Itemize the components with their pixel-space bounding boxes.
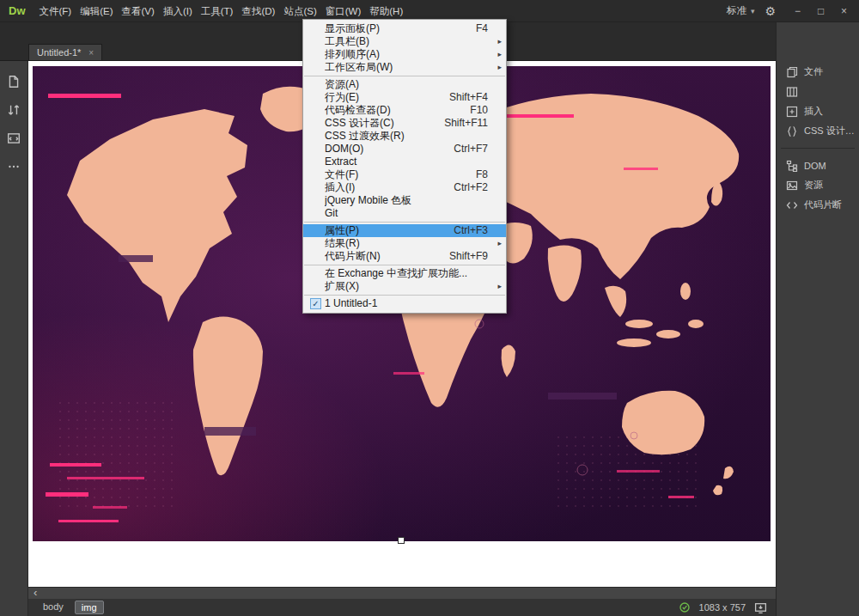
submenu-arrow-icon: ▸ xyxy=(492,237,502,250)
panel-label: 插入 xyxy=(804,105,823,118)
menubar-item[interactable]: 查找(D) xyxy=(237,0,279,22)
panel-label: 文件 xyxy=(804,65,823,78)
dreamweaver-app: { "colors": { "accent": "#4da3e8", "logo… xyxy=(0,0,859,616)
menu-item-label: 文件(F) xyxy=(325,168,476,181)
tag-selector-img[interactable]: img xyxy=(75,601,104,614)
window-menu-item[interactable]: 工作区布局(W)▸ xyxy=(303,61,506,74)
menu-item-shortcut: Shift+F9 xyxy=(449,250,492,263)
menu-item-label: 工具栏(B) xyxy=(325,35,488,48)
scroll-left-arrow-icon[interactable]: ‹ xyxy=(34,586,37,599)
window-menu-item[interactable]: jQuery Mobile 色板 xyxy=(303,194,506,207)
sort-icon[interactable] xyxy=(5,101,22,119)
menubar-item[interactable]: 工具(T) xyxy=(197,0,238,22)
menu-item-label: 插入(I) xyxy=(325,181,454,194)
right-panel-dock: 文件插入CSS 设计…DOM资源代码片断 xyxy=(776,22,859,616)
menubar-item[interactable]: 文件(F) xyxy=(35,0,76,22)
document-tab[interactable]: Untitled-1* × xyxy=(28,44,102,60)
minimize-button[interactable]: − xyxy=(786,1,809,21)
selection-handle-bottom[interactable] xyxy=(398,537,405,544)
tag-selector-body[interactable]: body xyxy=(37,601,70,614)
menu-item-label: 在 Exchange 中查找扩展功能... xyxy=(325,267,488,280)
menu-item-label: 属性(P) xyxy=(325,224,454,237)
tab-close-icon[interactable]: × xyxy=(88,48,94,58)
menu-item-shortcut: Ctrl+F3 xyxy=(454,224,492,237)
menu-item-shortcut: F8 xyxy=(476,168,492,181)
menu-item-label: CSS 设计器(C) xyxy=(325,117,444,130)
menu-item-shortcut: Shift+F11 xyxy=(444,117,492,130)
app-logo[interactable]: Dw xyxy=(0,4,35,17)
insert-icon xyxy=(785,105,798,118)
window-menu-item[interactable]: 文件(F)F8 xyxy=(303,168,506,181)
window-menu-item[interactable]: 代码片断(N)Shift+F9 xyxy=(303,250,506,263)
window-menu-item[interactable]: Git xyxy=(303,207,506,220)
window-menu-item[interactable]: DOM(O)Ctrl+F7 xyxy=(303,143,506,156)
window-menu-item[interactable]: 属性(P)Ctrl+F3 xyxy=(303,224,506,237)
window-menu-item[interactable]: Extract xyxy=(303,156,506,168)
window-menu-popup: 显示面板(P)F4工具栏(B)▸排列顺序(A)▸工作区布局(W)▸资源(A)行为… xyxy=(302,19,507,314)
window-size-value[interactable]: 1083 x 757 xyxy=(699,602,746,613)
workspace-switcher[interactable]: 标准 ▾ xyxy=(727,4,755,17)
menu-item-label: 结果(R) xyxy=(325,237,488,250)
window-menu-item[interactable]: 排列顺序(A)▸ xyxy=(303,48,506,61)
workspace-label: 标准 xyxy=(727,4,746,17)
file-manage-icon[interactable] xyxy=(5,73,22,90)
panel-tab-assets[interactable]: 资源 xyxy=(777,175,859,195)
window-menu-item[interactable]: 扩展(X)▸ xyxy=(303,280,506,293)
menubar-item[interactable]: 查看(V) xyxy=(118,0,159,22)
panel-tab-css-designer[interactable]: CSS 设计… xyxy=(777,121,859,141)
menu-separator xyxy=(304,222,505,223)
menu-item-shortcut: Ctrl+F2 xyxy=(454,181,492,194)
submenu-arrow-icon: ▸ xyxy=(492,35,502,48)
menubar-item[interactable]: 编辑(E) xyxy=(76,0,117,22)
window-menu-item[interactable]: CSS 过渡效果(R) xyxy=(303,130,506,143)
window-menu-item[interactable]: 资源(A) xyxy=(303,78,506,91)
display-size-icon[interactable] xyxy=(754,601,767,614)
window-menu-item[interactable]: 插入(I)Ctrl+F2 xyxy=(303,181,506,194)
panel-tab-snippets[interactable]: 代码片断 xyxy=(777,195,859,215)
menu-separator xyxy=(304,265,505,265)
snippets-icon xyxy=(785,198,798,211)
window-menu-item[interactable]: 结果(R)▸ xyxy=(303,237,506,250)
panel-tab-dom[interactable]: DOM xyxy=(777,156,859,175)
menu-item-shortcut: Shift+F4 xyxy=(449,91,492,104)
panel-tab-files[interactable]: 文件 xyxy=(777,62,859,82)
menu-item-label: 工作区布局(W) xyxy=(325,61,488,74)
horizontal-scroll-row[interactable]: ‹ xyxy=(28,587,776,599)
menu-item-label: Extract xyxy=(325,156,488,168)
panel-tab-libraries[interactable] xyxy=(777,82,859,101)
menu-separator xyxy=(304,76,505,76)
window-menu-item[interactable]: 行为(E)Shift+F4 xyxy=(303,91,506,104)
window-menu-item[interactable]: CSS 设计器(C)Shift+F11 xyxy=(303,117,506,130)
close-button[interactable]: × xyxy=(832,1,856,21)
panel-label: 资源 xyxy=(804,179,823,192)
panel-label: 代码片断 xyxy=(804,198,842,211)
window-controls: − □ × xyxy=(786,1,856,21)
menu-item-label: DOM(O) xyxy=(325,143,454,156)
window-menu-item[interactable]: ✓1 Untitled-1 xyxy=(303,297,506,310)
menu-item-shortcut: F10 xyxy=(470,104,492,117)
menu-item-label: 代码检查器(D) xyxy=(325,104,470,117)
library-icon xyxy=(785,85,798,98)
document-tab-label: Untitled-1* xyxy=(37,47,81,58)
window-menu-item[interactable]: 工具栏(B)▸ xyxy=(303,35,506,48)
panel-divider xyxy=(781,148,855,149)
menu-item-label: jQuery Mobile 色板 xyxy=(325,194,488,207)
panel-label: CSS 设计… xyxy=(804,125,855,137)
window-menu-item[interactable]: 显示面板(P)F4 xyxy=(303,22,506,35)
gear-icon[interactable]: ⚙ xyxy=(765,4,776,18)
maximize-button[interactable]: □ xyxy=(809,1,832,21)
chevron-down-icon: ▾ xyxy=(751,7,755,15)
menu-item-label: 扩展(X) xyxy=(325,280,488,293)
menu-item-label: CSS 过渡效果(R) xyxy=(325,130,488,143)
ready-status-icon xyxy=(679,601,691,613)
menu-item-label: 资源(A) xyxy=(325,78,488,91)
menu-item-label: Git xyxy=(325,207,488,220)
left-toolbar xyxy=(0,61,28,616)
tag-selectors: bodyimg xyxy=(37,601,104,614)
window-menu-item[interactable]: 在 Exchange 中查找扩展功能... xyxy=(303,267,506,280)
window-menu-item[interactable]: 代码检查器(D)F10 xyxy=(303,104,506,117)
live-view-icon[interactable] xyxy=(5,130,22,147)
menubar-item[interactable]: 插入(I) xyxy=(159,0,197,22)
more-icon[interactable] xyxy=(5,158,22,175)
panel-tab-insert[interactable]: 插入 xyxy=(777,101,859,121)
